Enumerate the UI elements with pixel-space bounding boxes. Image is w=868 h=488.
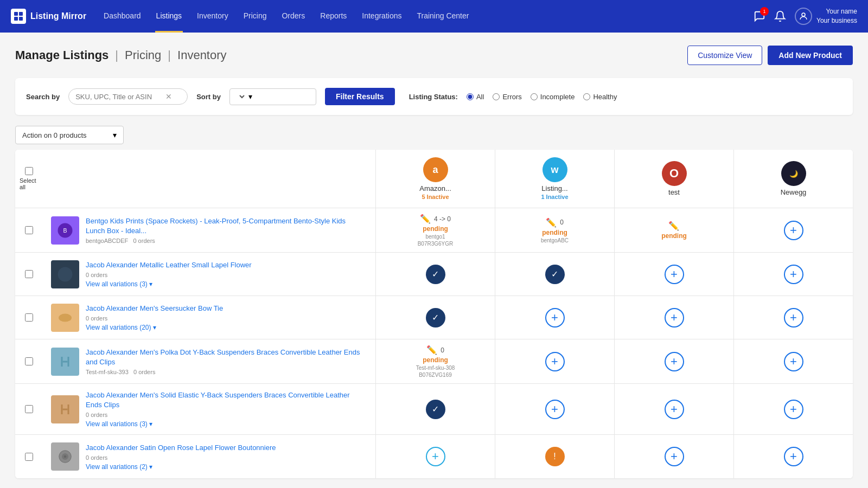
filter-results-button[interactable]: Filter Results xyxy=(325,88,395,105)
status-all[interactable]: All xyxy=(467,93,484,101)
product-title-1[interactable]: Jacob Alexander Metallic Leather Small L… xyxy=(86,260,367,270)
add-button[interactable]: + xyxy=(784,400,803,419)
row-checkbox-3[interactable] xyxy=(25,357,33,365)
svg-rect-1 xyxy=(19,12,23,16)
status-incomplete[interactable]: Incomplete xyxy=(531,93,575,101)
nav-listings[interactable]: Listings xyxy=(155,0,183,33)
add-button[interactable]: + xyxy=(784,265,803,284)
select-all-checkbox[interactable] xyxy=(25,167,33,175)
add-button[interactable]: + xyxy=(784,447,803,466)
pending-label: pending xyxy=(542,229,567,236)
edit-icon[interactable]: ✏️ xyxy=(668,221,679,231)
product-title-2[interactable]: Jacob Alexander Men's Seersucker Bow Tie xyxy=(86,304,367,313)
amazon-logo: a xyxy=(423,157,448,182)
nav-orders[interactable]: Orders xyxy=(280,0,306,33)
page-header: Manage Listings | Pricing | Inventory Cu… xyxy=(15,46,853,65)
svg-rect-14 xyxy=(63,408,68,410)
add-button[interactable]: + xyxy=(665,308,684,328)
listing-logo: w xyxy=(542,157,567,182)
pending-block: ✏️ 0 pending Test-mf-sku-308 B076ZVG169 xyxy=(416,345,455,378)
add-product-button[interactable]: Add New Product xyxy=(768,46,853,65)
row-checkbox-0[interactable] xyxy=(25,226,33,234)
warning-status[interactable]: ! xyxy=(545,447,565,466)
pending-sub2: B076ZVG169 xyxy=(419,372,452,378)
action-dropdown[interactable]: Action on 0 products ▾ xyxy=(15,126,124,144)
nav-integrations[interactable]: Integrations xyxy=(361,0,403,33)
check-status[interactable]: ✓ xyxy=(426,265,445,284)
add-button[interactable]: + xyxy=(545,400,565,419)
check-status[interactable]: ✓ xyxy=(545,265,565,284)
add-button[interactable]: + xyxy=(545,308,565,328)
add-button[interactable]: + xyxy=(784,308,803,328)
product-title-5[interactable]: Jacob Alexander Satin Open Rose Lapel Fl… xyxy=(86,443,367,453)
row-2-amazon: ✓ xyxy=(375,296,495,339)
search-input[interactable] xyxy=(75,93,162,101)
status-healthy[interactable]: Healthy xyxy=(583,93,617,101)
view-variations-2[interactable]: View all variations (20) ▾ xyxy=(86,324,367,331)
svg-rect-10 xyxy=(68,357,69,367)
customize-view-button[interactable]: Customize View xyxy=(687,46,762,65)
row-4-listing: + xyxy=(495,384,614,434)
svg-point-4 xyxy=(802,13,805,16)
channel-amazon-header: a Amazon... 5 Inactive xyxy=(375,150,495,208)
add-button[interactable]: + xyxy=(665,447,684,466)
view-variations-4[interactable]: View all variations (3) ▾ xyxy=(86,420,367,428)
row-checkbox-2[interactable] xyxy=(25,313,33,322)
notifications-button[interactable] xyxy=(774,10,786,22)
sort-select-wrapper: ▾ xyxy=(229,88,316,105)
edit-icon[interactable]: ✏️ xyxy=(420,214,431,224)
row-check-3 xyxy=(15,339,42,383)
inventory-link[interactable]: Inventory xyxy=(177,48,227,62)
edit-icon[interactable]: ✏️ xyxy=(426,345,437,355)
nav-dashboard[interactable]: Dashboard xyxy=(103,0,142,33)
edit-icon[interactable]: ✏️ xyxy=(546,217,557,228)
row-checkbox-5[interactable] xyxy=(25,453,33,461)
status-healthy-label: Healthy xyxy=(593,93,617,101)
product-info-4: Jacob Alexander Men's Solid Elastic Y-Ba… xyxy=(42,384,375,434)
add-button[interactable]: + xyxy=(545,352,565,371)
add-button-blue[interactable]: + xyxy=(426,447,445,466)
add-button[interactable]: + xyxy=(784,352,803,371)
user-text: Your name Your business xyxy=(816,7,857,25)
add-button[interactable]: + xyxy=(784,221,803,240)
messages-button[interactable]: 1 xyxy=(754,10,765,22)
row-0-amazon: ✏️ 4 -> 0 pending bentgo1 B07R3G6YGR xyxy=(375,208,495,252)
product-orders-2: 0 orders xyxy=(86,315,367,322)
product-title-0[interactable]: Bentgo Kids Prints (Space Rockets) - Lea… xyxy=(86,216,367,236)
search-label: Search by xyxy=(26,93,60,101)
product-title-3[interactable]: Jacob Alexander Men's Polka Dot Y-Back S… xyxy=(86,348,367,367)
pending-block: ✏️ 0 pending bentgoABC xyxy=(541,217,569,243)
user-info[interactable]: Your name Your business xyxy=(795,7,857,25)
nav-links: Dashboard Listings Inventory Pricing Ord… xyxy=(103,0,754,33)
check-status[interactable]: ✓ xyxy=(426,308,445,328)
view-variations-5[interactable]: View all variations (2) ▾ xyxy=(86,463,367,471)
row-3-newegg: + xyxy=(733,339,853,383)
pricing-link[interactable]: Pricing xyxy=(125,48,161,62)
nav-inventory[interactable]: Inventory xyxy=(196,0,229,33)
newegg-logo: 🌙 xyxy=(781,161,806,186)
sort-select[interactable] xyxy=(235,92,246,101)
clear-search-button[interactable]: ✕ xyxy=(165,92,172,101)
row-1-amazon: ✓ xyxy=(375,253,495,296)
check-status[interactable]: ✓ xyxy=(426,400,445,419)
row-checkbox-1[interactable] xyxy=(25,270,33,278)
add-button[interactable]: + xyxy=(665,265,684,284)
row-checkbox-4[interactable] xyxy=(25,405,33,413)
brand-logo[interactable]: Listing Mirror xyxy=(11,9,86,24)
add-button[interactable]: + xyxy=(665,352,684,371)
status-errors[interactable]: Errors xyxy=(493,93,521,101)
nav-training[interactable]: Training Center xyxy=(416,0,470,33)
user-name: Your name xyxy=(816,7,857,16)
product-thumb-1 xyxy=(51,260,79,288)
nav-right: 1 Your name Your business xyxy=(754,7,857,25)
add-button[interactable]: + xyxy=(665,400,684,419)
svg-rect-3 xyxy=(19,17,23,21)
nav-reports[interactable]: Reports xyxy=(319,0,348,33)
listing-status-label: Listing Status: xyxy=(409,93,458,101)
product-thumb-0: B xyxy=(51,216,79,245)
view-variations-1[interactable]: View all variations (3) ▾ xyxy=(86,280,367,288)
product-title-4[interactable]: Jacob Alexander Men's Solid Elastic Y-Ba… xyxy=(86,390,367,410)
nav-pricing[interactable]: Pricing xyxy=(242,0,268,33)
table-row: Jacob Alexander Men's Polka Dot Y-Back S… xyxy=(15,339,853,384)
row-3-test: + xyxy=(614,339,733,383)
